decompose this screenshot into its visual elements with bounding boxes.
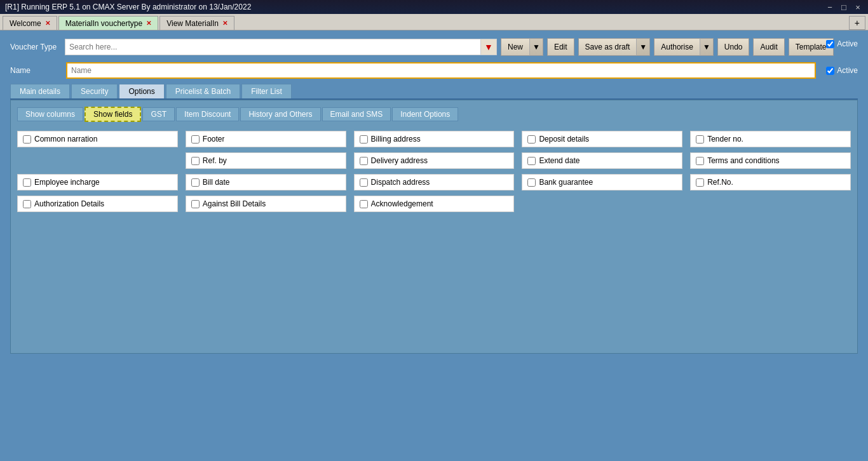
window-controls[interactable]: − □ ×	[825, 3, 863, 12]
search-dropdown-button[interactable]: ▼	[480, 39, 497, 55]
checkbox-acknowledgement-label: Acknowledgement	[371, 199, 433, 208]
checkbox-ref-no[interactable]: Ref.No.	[690, 174, 851, 190]
main-content: Voucher Type ▼ New ▼ Edit Save as draft …	[0, 30, 868, 361]
subtab-show-fields[interactable]: Show fields	[85, 107, 141, 122]
tab-security[interactable]: Security	[71, 84, 118, 98]
checkbox-dispatch-address-input[interactable]	[360, 178, 368, 187]
tab-materialin-vouchertype-close[interactable]: ✕	[146, 20, 151, 27]
tab-pricelist-batch[interactable]: Pricelist & Batch	[166, 84, 240, 98]
checkbox-bank-guarantee[interactable]: Bank guarantee	[522, 174, 682, 190]
save-draft-button[interactable]: Save as draft	[578, 38, 637, 56]
checkbox-common-narration-input[interactable]	[23, 135, 31, 144]
checkbox-deposit-details[interactable]: Deposit details	[522, 131, 682, 147]
checkbox-authorization-details[interactable]: Authorization Details	[17, 196, 178, 212]
subtab-gst[interactable]: GST	[142, 107, 175, 121]
title-bar: [R1] Running ERP 5.1 on CMAX Server By a…	[0, 0, 868, 14]
tab-view-materialin[interactable]: View MaterialIn ✕	[159, 16, 234, 30]
checkbox-billing-address-label: Billing address	[371, 135, 421, 144]
tab-welcome-close[interactable]: ✕	[45, 20, 50, 27]
checkbox-against-bill-details[interactable]: Against Bill Details	[186, 196, 346, 212]
toolbar: Voucher Type ▼ New ▼ Edit Save as draft …	[10, 38, 858, 56]
tab-welcome[interactable]: Welcome ✕	[3, 16, 57, 30]
search-container: ▼	[65, 39, 497, 55]
new-button[interactable]: New	[501, 38, 529, 56]
tab-view-materialin-close[interactable]: ✕	[222, 20, 227, 27]
checkbox-employee-incharge-label: Employee incharge	[34, 178, 100, 187]
checkbox-terms-conditions[interactable]: Terms and conditions	[690, 152, 851, 169]
checkbox-employee-incharge-input[interactable]	[23, 178, 31, 187]
checkbox-delivery-address-label: Delivery address	[371, 156, 428, 165]
name-label: Name	[10, 66, 61, 75]
checkbox-acknowledgement[interactable]: Acknowledgement	[354, 196, 515, 212]
checkbox-bill-date[interactable]: Bill date	[186, 174, 346, 190]
checkbox-tender-no-input[interactable]	[696, 135, 704, 144]
checkbox-ref-by-label: Ref. by	[203, 156, 227, 165]
checkbox-delivery-address[interactable]: Delivery address	[354, 152, 515, 169]
checkbox-footer-input[interactable]	[191, 135, 200, 144]
checkbox-bank-guarantee-input[interactable]	[527, 178, 536, 187]
checkbox-dispatch-address[interactable]: Dispatch address	[354, 174, 515, 190]
checkbox-footer-label: Footer	[203, 135, 225, 144]
checkbox-deposit-details-label: Deposit details	[539, 135, 589, 144]
checkboxes-grid: Common narration Footer Billing address …	[17, 131, 851, 212]
new-dropdown-arrow[interactable]: ▼	[529, 38, 543, 56]
checkbox-authorization-details-input[interactable]	[23, 200, 31, 208]
close-button[interactable]: ×	[853, 3, 863, 12]
active-checkbox[interactable]	[826, 40, 834, 48]
checkbox-delivery-address-input[interactable]	[360, 157, 368, 165]
checkbox-employee-incharge[interactable]: Employee incharge	[17, 174, 178, 190]
voucher-type-label: Voucher Type	[10, 43, 61, 51]
checkbox-ref-no-input[interactable]	[696, 178, 704, 187]
minimize-button[interactable]: −	[825, 3, 835, 12]
checkbox-extend-date[interactable]: Extend date	[522, 152, 682, 169]
checkbox-common-narration[interactable]: Common narration	[17, 131, 178, 147]
active-label: Active	[837, 39, 858, 48]
checkbox-extend-date-input[interactable]	[527, 157, 536, 165]
subtab-history-others[interactable]: History and Others	[240, 107, 320, 121]
maximize-button[interactable]: □	[839, 3, 849, 12]
audit-button[interactable]: Audit	[753, 38, 784, 56]
checkbox-empty-row1	[17, 152, 178, 169]
edit-button[interactable]: Edit	[547, 38, 574, 56]
checkbox-bank-guarantee-label: Bank guarantee	[539, 178, 593, 187]
tab-filter-list[interactable]: Filter List	[241, 84, 292, 98]
new-button-group: New ▼	[501, 38, 543, 56]
subtab-show-columns[interactable]: Show columns	[17, 107, 83, 121]
checkbox-against-bill-details-input[interactable]	[191, 200, 200, 208]
undo-button[interactable]: Undo	[717, 38, 750, 56]
checkbox-terms-conditions-input[interactable]	[696, 157, 704, 165]
checkbox-deposit-details-input[interactable]	[527, 135, 536, 144]
checkbox-ref-no-label: Ref.No.	[707, 178, 733, 187]
checkbox-authorization-details-label: Authorization Details	[34, 199, 104, 208]
tab-materialin-vouchertype[interactable]: MaterialIn vouchertype ✕	[58, 16, 158, 30]
subtab-indent-options[interactable]: Indent Options	[392, 107, 458, 121]
checkbox-extend-date-label: Extend date	[539, 156, 580, 165]
tab-main-details[interactable]: Main details	[10, 84, 70, 98]
checkbox-billing-address[interactable]: Billing address	[354, 131, 515, 147]
active-label-2: Active	[837, 66, 858, 75]
active-checkbox-2[interactable]	[826, 67, 834, 75]
authorise-dropdown-arrow[interactable]: ▼	[700, 38, 714, 56]
checkbox-acknowledgement-input[interactable]	[360, 200, 368, 208]
checkbox-footer[interactable]: Footer	[186, 131, 346, 147]
tab-options[interactable]: Options	[119, 84, 164, 98]
checkbox-against-bill-details-label: Against Bill Details	[203, 199, 266, 208]
tab-add-button[interactable]: +	[849, 16, 865, 30]
checkbox-terms-conditions-label: Terms and conditions	[707, 156, 779, 165]
checkbox-billing-address-input[interactable]	[360, 135, 368, 144]
empty-cell-3-3	[522, 196, 682, 212]
checkbox-bill-date-input[interactable]	[191, 178, 200, 187]
subtab-item-discount[interactable]: Item Discount	[176, 107, 239, 121]
name-input[interactable]	[66, 62, 816, 79]
empty-cell-3-4	[690, 196, 851, 212]
checkbox-common-narration-label: Common narration	[34, 135, 97, 144]
checkbox-ref-by[interactable]: Ref. by	[186, 152, 346, 169]
voucher-type-search[interactable]	[65, 39, 497, 55]
authorise-button[interactable]: Authorise	[654, 38, 700, 56]
sub-tabs: Show columns Show fields GST Item Discou…	[17, 107, 851, 122]
subtab-email-sms[interactable]: Email and SMS	[322, 107, 391, 121]
checkbox-tender-no[interactable]: Tender no.	[690, 131, 851, 147]
save-draft-dropdown-arrow[interactable]: ▼	[636, 38, 650, 56]
content-panel: Show columns Show fields GST Item Discou…	[10, 100, 858, 354]
checkbox-ref-by-input[interactable]	[191, 157, 200, 165]
